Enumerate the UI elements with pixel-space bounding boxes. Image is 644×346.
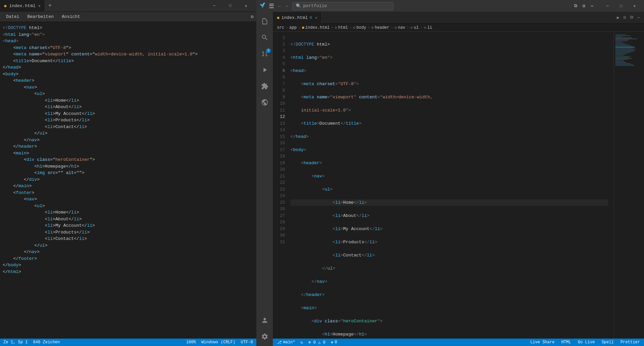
breadcrumb-header[interactable]: ◇ header [371, 25, 389, 30]
breadcrumb-li[interactable]: ◇ li [424, 25, 432, 30]
code-line: <nav> [290, 173, 608, 180]
prettier-status[interactable]: Prettier [619, 340, 641, 345]
code-line: <!DOCTYPE html> [290, 41, 608, 48]
language-mode-label: HTML [561, 340, 571, 345]
vscode-minimize-button[interactable]: ─ [601, 0, 614, 12]
editor-line: </head> [0, 64, 256, 71]
editor-line: <body> [0, 71, 256, 78]
warnings-status[interactable]: ⊗ 0 [330, 340, 338, 345]
spell-status[interactable]: Spell [600, 340, 615, 345]
more-actions-icon[interactable]: ⋯ [589, 2, 595, 10]
tab-modified-indicator: U [310, 16, 312, 20]
line-num: 6 [278, 74, 285, 81]
left-tab-file-icon: ◼ [4, 3, 6, 8]
back-arrow-icon[interactable]: ← [277, 3, 282, 9]
split-editor-button[interactable]: ⧉ [629, 14, 635, 22]
line-num: 10 [278, 100, 285, 107]
editor-line: <meta charset="UTF-8"> [0, 45, 256, 51]
activity-settings-icon[interactable] [258, 330, 272, 343]
vscode-title-bar: ☰ ← → 🔍 portfolio ⧉ ⊟ ⋯ ─ □ ✕ [257, 0, 644, 12]
line-num: 9 [278, 94, 285, 101]
breadcrumb-app[interactable]: app [289, 25, 297, 30]
code-line: <li>Products</li> [290, 239, 608, 246]
breadcrumb-ul[interactable]: ◇ ul [410, 25, 419, 30]
git-branch-status[interactable]: ⎇ main* [276, 340, 297, 345]
gear-icon[interactable]: ⚙ [251, 14, 254, 20]
tab-close-button[interactable]: ✕ [315, 16, 317, 20]
line-num: 20 [278, 166, 285, 173]
vscode-search-box[interactable]: 🔍 portfolio [292, 2, 393, 10]
activity-remote-icon[interactable] [258, 96, 272, 109]
vscode-maximize-button[interactable]: □ [614, 0, 628, 12]
minimize-button[interactable]: ─ [207, 0, 222, 12]
cursor-position: Ze 1, Sp 1 [3, 340, 28, 345]
editor-layout-icon[interactable]: ⊟ [581, 2, 587, 10]
vscode-editor-area: ◼ index.html U ✕ ▶ ⊟ ⧉ ⋯ src › app › ◼ i… [273, 12, 644, 346]
vscode-tab-index-html[interactable]: ◼ index.html U ✕ [273, 12, 322, 24]
sync-status[interactable]: ↻ [299, 340, 304, 345]
line-num: 28 [278, 219, 285, 226]
line-num: 4 [278, 54, 285, 61]
left-tab-close[interactable]: ✕ [38, 4, 41, 8]
hamburger-menu-icon[interactable]: ☰ [269, 2, 274, 10]
line-num: 16 [278, 140, 285, 147]
activity-run-icon[interactable] [258, 63, 272, 77]
go-live-label: Go Live [578, 340, 595, 345]
errors-warnings-status[interactable]: ⊗ 0 △ 0 [307, 340, 327, 345]
code-line: <body> [290, 147, 608, 153]
breadcrumb-nav[interactable]: ◇ nav [394, 25, 405, 30]
activity-files-icon[interactable] [258, 15, 272, 28]
vscode-logo-icon [259, 2, 266, 10]
run-button[interactable]: ▶ [616, 14, 621, 22]
editor-line: </main> [0, 183, 256, 190]
editor-line: <div class="heroContainer"> [0, 156, 256, 163]
navigation-arrows: ← → [277, 3, 289, 9]
left-editor-content[interactable]: <!DOCTYPE html> <html lang="en"> <head> … [0, 22, 256, 339]
language-mode-status[interactable]: HTML [560, 340, 572, 345]
activity-search-icon[interactable] [258, 31, 272, 44]
breadcrumb-html[interactable]: ◇ html [335, 25, 348, 30]
code-line: </ul> [290, 265, 608, 272]
live-share-status[interactable]: Live Share [529, 340, 556, 345]
breadcrumb-body[interactable]: ◇ body [353, 25, 366, 30]
activity-source-control-icon[interactable]: 2 [258, 47, 272, 60]
go-live-status[interactable]: Go Live [576, 340, 596, 345]
line-num: 6 [278, 68, 285, 74]
more-tab-actions-button[interactable]: ⋯ [636, 14, 641, 22]
forward-arrow-icon[interactable]: → [284, 3, 289, 9]
line-num: 26 [278, 206, 285, 213]
open-preview-button[interactable]: ⊟ [622, 14, 627, 22]
code-line: initial-scale=1.0"> [290, 107, 608, 114]
breadcrumb-file[interactable]: ◼ index.html [302, 25, 330, 30]
left-tab-label: index.html [9, 3, 35, 8]
split-editor-icon[interactable]: ⧉ [572, 2, 579, 10]
vscode-body: 2 [257, 12, 644, 346]
git-branch-label: main* [283, 340, 295, 345]
line-num: 29 [278, 226, 285, 232]
add-tab-button[interactable]: + [45, 3, 55, 9]
menu-ansicht[interactable]: Ansicht [58, 13, 84, 21]
maximize-button[interactable]: □ [223, 0, 238, 12]
close-button[interactable]: ✕ [238, 0, 254, 12]
editor-line: </body> [0, 262, 256, 269]
editor-line: <h1>Homepage</h1> [0, 163, 256, 170]
sync-icon: ↻ [301, 340, 303, 345]
char-count: 846 Zeichen [33, 340, 60, 345]
breadcrumb-sep: › [391, 25, 393, 30]
vscode-code-area[interactable]: 1 2 3 4 5 6 6 7 8 9 10 11 12 13 14 15 16 [273, 32, 644, 339]
editor-line: <li>Contact</li> [0, 236, 256, 242]
activity-account-icon[interactable] [258, 314, 272, 327]
vscode-close-button[interactable]: ✕ [628, 0, 641, 12]
line-num: 24 [278, 193, 285, 199]
breadcrumb-src[interactable]: src [277, 25, 284, 30]
editor-line: <nav> [0, 84, 256, 91]
line-num: 2 [278, 41, 285, 48]
line-num-active: 12 [278, 114, 285, 120]
activity-extensions-icon[interactable] [258, 79, 272, 93]
activity-bar: 2 [257, 12, 273, 346]
code-line: <h1>Homepage</h1> [290, 331, 608, 338]
menu-datei[interactable]: Datei [3, 13, 23, 21]
editor-line: <li>About</li> [0, 104, 256, 110]
left-tab-index-html[interactable]: ◼ index.html ✕ [0, 0, 45, 12]
menu-bearbeiten[interactable]: Bearbeiten [24, 13, 57, 21]
